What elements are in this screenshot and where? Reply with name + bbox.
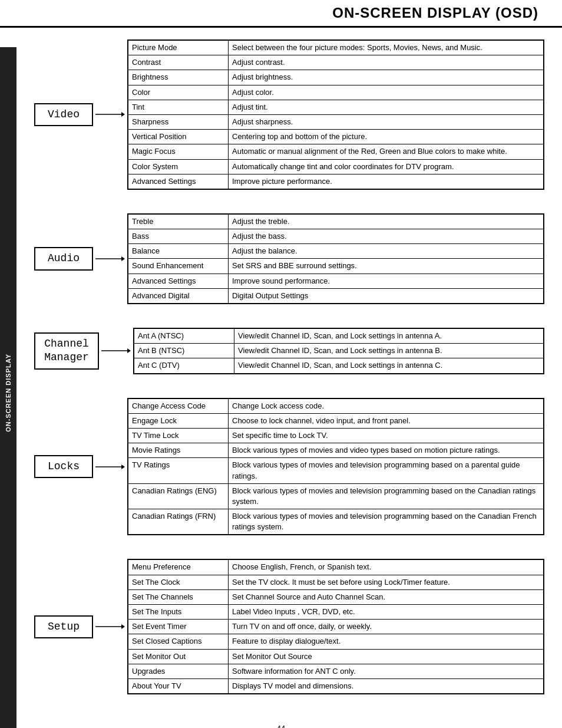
- table-cell-description: Adjust the balance.: [229, 244, 544, 259]
- arrow-setup: [95, 621, 125, 632]
- table-row: BalanceAdjust the balance.: [128, 244, 544, 259]
- table-cell-description: Set specific time to Lock TV.: [229, 428, 544, 443]
- svg-marker-9: [121, 624, 125, 629]
- table-cell-item: Set Monitor Out: [128, 649, 229, 664]
- table-cell-description: Adjust brightness.: [229, 70, 544, 85]
- table-cell-description: Adjust the bass.: [229, 229, 544, 244]
- table-cell-description: Choose English, French, or Spanish text.: [229, 560, 544, 575]
- table-row: ColorAdjust color.: [128, 85, 544, 100]
- table-cell-description: Block various types of movies and televi…: [229, 458, 544, 483]
- table-cell-item: Menu Preference: [128, 560, 229, 575]
- arrow-locks: [95, 462, 125, 472]
- table-row: BassAdjust the bass.: [128, 229, 544, 244]
- section-setup: Setup Menu PreferenceChoose English, Fre…: [34, 559, 544, 694]
- arrow-audio: [95, 253, 125, 264]
- arrow-video: [95, 109, 125, 120]
- table-row: Canadian Ratings (FRN)Block various type…: [128, 509, 544, 535]
- table-cell-description: Select between the four picture modes: S…: [229, 41, 544, 55]
- table-cell-item: Set Event Timer: [128, 620, 229, 634]
- table-cell-item: Ant A (NTSC): [134, 329, 234, 344]
- table-cell-description: Label Video Inputs , VCR, DVD, etc.: [229, 605, 544, 620]
- table-cell-description: Displays TV model and dimensions.: [229, 678, 544, 693]
- table-cell-description: Feature to display dialogue/text.: [229, 634, 544, 649]
- table-cell-item: Canadian Ratings (ENG): [128, 483, 229, 509]
- table-row: Change Access CodeChange Lock access cod…: [128, 398, 544, 413]
- section-video: Video Picture ModeSelect between the fou…: [34, 39, 544, 190]
- table-row: Ant B (NTSC)View/edit Channel ID, Scan, …: [134, 344, 544, 358]
- table-row: Magic FocusAutomatic or manual alignment…: [128, 144, 544, 159]
- table-cell-item: Vertical Position: [128, 130, 229, 144]
- table-cell-item: Engage Lock: [128, 413, 229, 428]
- table-cell-description: Choose to lock channel, video input, and…: [229, 413, 544, 428]
- table-row: Advanced SettingsImprove sound performan…: [128, 274, 544, 288]
- arrow-channel-manager: [101, 345, 131, 356]
- table-row: SharpnessAdjust sharpness.: [128, 114, 544, 129]
- table-cell-description: Block various types of movies and televi…: [229, 509, 544, 535]
- table-cell-description: Change Lock access code.: [229, 398, 544, 413]
- table-cell-item: Sound Enhancement: [128, 259, 229, 274]
- table-cell-description: Block various types of movies and televi…: [229, 483, 544, 509]
- svg-marker-3: [121, 256, 125, 261]
- table-row: About Your TVDisplays TV model and dimen…: [128, 678, 544, 693]
- table-cell-description: Adjust sharpness.: [229, 114, 544, 129]
- section-audio: Audio TrebleAdjust the treble.BassAdjust…: [34, 213, 544, 304]
- page-header: ON-SCREEN DISPLAY (OSD): [0, 0, 562, 28]
- label-channel-manager: Channel Manager: [34, 332, 99, 370]
- table-row: Ant C (DTV)View/edit Channel ID, Scan, a…: [134, 358, 544, 373]
- page-title: ON-SCREEN DISPLAY (OSD): [332, 5, 538, 21]
- table-cell-description: Adjust contrast.: [229, 55, 544, 70]
- table-cell-description: Improve picture performance.: [229, 174, 544, 189]
- table-row: Sound EnhancementSet SRS and BBE surroun…: [128, 259, 544, 274]
- table-cell-description: Improve sound performance.: [229, 274, 544, 288]
- table-row: Menu PreferenceChoose English, French, o…: [128, 560, 544, 575]
- table-cell-description: Centering top and bottom of the picture.: [229, 130, 544, 144]
- table-cell-item: Movie Ratings: [128, 443, 229, 458]
- table-cell-description: Set Monitor Out Source: [229, 649, 544, 664]
- table-cell-item: Color: [128, 85, 229, 100]
- table-row: TV Time LockSet specific time to Lock TV…: [128, 428, 544, 443]
- table-cell-description: Digital Output Settings: [229, 288, 544, 303]
- table-cell-description: Automatically change tint and color coor…: [229, 159, 544, 174]
- table-channel-manager: Ant A (NTSC)View/edit Channel ID, Scan, …: [133, 328, 544, 374]
- table-cell-item: Upgrades: [128, 664, 229, 678]
- table-row: Set Monitor OutSet Monitor Out Source: [128, 649, 544, 664]
- table-row: Set Closed CaptionsFeature to display di…: [128, 634, 544, 649]
- table-cell-description: Set SRS and BBE surround settings.: [229, 259, 544, 274]
- table-cell-item: Brightness: [128, 70, 229, 85]
- table-cell-item: Magic Focus: [128, 144, 229, 159]
- svg-marker-1: [121, 112, 125, 117]
- section-locks: Locks Change Access CodeChange Lock acce…: [34, 398, 544, 536]
- table-row: ContrastAdjust contrast.: [128, 55, 544, 70]
- table-cell-description: View/edit Channel ID, Scan, and Lock set…: [234, 358, 544, 373]
- sidebar-label: ON-SCREEN DISPLAY: [5, 354, 12, 432]
- table-row: TV RatingsBlock various types of movies …: [128, 458, 544, 483]
- table-cell-item: Set The Inputs: [128, 605, 229, 620]
- page-footer: 44: [0, 724, 562, 728]
- table-audio: TrebleAdjust the treble.BassAdjust the b…: [127, 213, 544, 304]
- table-row: Advanced DigitalDigital Output Settings: [128, 288, 544, 303]
- table-row: UpgradesSoftware information for ANT C o…: [128, 664, 544, 678]
- table-cell-item: Ant B (NTSC): [134, 344, 234, 358]
- main-content: Video Picture ModeSelect between the fou…: [16, 28, 562, 718]
- table-row: Ant A (NTSC)View/edit Channel ID, Scan, …: [134, 329, 544, 344]
- table-row: Set Event TimerTurn TV on and off once, …: [128, 620, 544, 634]
- table-cell-item: Color System: [128, 159, 229, 174]
- table-row: Color SystemAutomatically change tint an…: [128, 159, 544, 174]
- table-row: TintAdjust tint.: [128, 100, 544, 114]
- table-cell-item: Tint: [128, 100, 229, 114]
- table-video: Picture ModeSelect between the four pict…: [127, 39, 544, 190]
- table-cell-item: Ant C (DTV): [134, 358, 234, 373]
- table-cell-description: Set the TV clock. It must be set before …: [229, 575, 544, 589]
- label-audio: Audio: [34, 247, 93, 270]
- label-setup: Setup: [34, 615, 93, 638]
- label-video: Video: [34, 103, 93, 126]
- table-cell-description: Automatic or manual alignment of the Red…: [229, 144, 544, 159]
- table-cell-item: TV Time Lock: [128, 428, 229, 443]
- table-row: Advanced SettingsImprove picture perform…: [128, 174, 544, 189]
- section-channel-manager: Channel Manager Ant A (NTSC)View/edit Ch…: [34, 328, 544, 374]
- table-cell-description: Adjust the treble.: [229, 214, 544, 229]
- table-cell-item: Picture Mode: [128, 41, 229, 55]
- table-cell-description: Adjust color.: [229, 85, 544, 100]
- table-row: Set The ClockSet the TV clock. It must b…: [128, 575, 544, 589]
- table-cell-description: View/edit Channel ID, Scan, and Lock set…: [234, 344, 544, 358]
